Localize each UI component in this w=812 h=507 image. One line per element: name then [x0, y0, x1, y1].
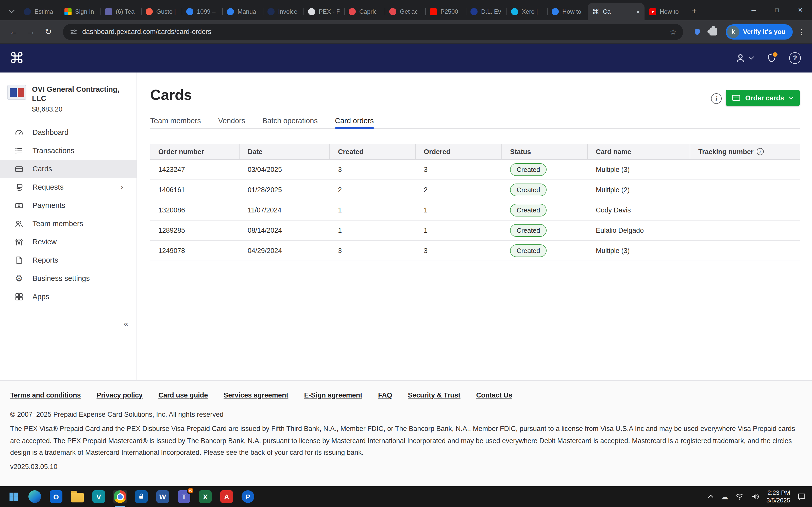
excel-icon[interactable]: X — [198, 490, 212, 503]
browser-tab[interactable]: (6) Tea — [100, 3, 141, 20]
site-favicon — [308, 8, 315, 15]
sidebar-item-dashboard[interactable]: Dashboard — [0, 123, 137, 142]
tab-title: Xero | — [522, 8, 543, 15]
tray-chevron-up-icon[interactable] — [708, 495, 714, 498]
sidebar-item-requests[interactable]: Requests › — [0, 178, 137, 196]
tracking-info-icon[interactable]: i — [757, 148, 764, 155]
sidebar-item-label: Business settings — [33, 274, 90, 282]
chrome-icon[interactable] — [113, 490, 127, 503]
profile-chip[interactable]: k Verify it's you — [726, 24, 793, 39]
close-window-button[interactable]: ✕ — [789, 0, 812, 20]
footer-link-terms[interactable]: Terms and conditions — [10, 391, 81, 399]
table-row[interactable]: 1423247 03/04/2025 3 3 Created Multiple … — [150, 160, 800, 180]
tab-batch-operations[interactable]: Batch operations — [262, 113, 318, 128]
footer-link-card-use-guide[interactable]: Card use guide — [158, 391, 208, 399]
bookmark-star-icon[interactable]: ☆ — [670, 27, 676, 36]
footer-link-faq[interactable]: FAQ — [378, 391, 392, 399]
sidebar-item-team-members[interactable]: Team members — [0, 215, 137, 233]
address-bar[interactable]: dashboard.pexcard.com/cards/card-orders … — [63, 23, 683, 40]
tab-team-members[interactable]: Team members — [150, 113, 201, 128]
volume-icon[interactable] — [751, 493, 759, 500]
teams-icon[interactable]: T 6 — [177, 490, 191, 503]
footer-link-services-agreement[interactable]: Services agreement — [223, 391, 288, 399]
shield-extension-icon[interactable] — [690, 24, 704, 39]
footer-link-contact-us[interactable]: Contact Us — [476, 391, 513, 399]
tab-card-orders[interactable]: Card orders — [335, 113, 374, 128]
browser-tab[interactable]: Gusto | — [141, 3, 182, 20]
footer-link-privacy[interactable]: Privacy policy — [97, 391, 143, 399]
weather-cloud-icon[interactable]: ☁ — [721, 493, 728, 500]
close-tab-icon[interactable]: × — [636, 8, 640, 15]
chevron-down-icon — [789, 96, 794, 99]
sidebar-item-payments[interactable]: Payments — [0, 196, 137, 215]
help-icon[interactable]: ? — [789, 52, 801, 64]
sidebar-item-apps[interactable]: Apps — [0, 287, 137, 306]
sidebar-item-business-settings[interactable]: ⚙ Business settings — [0, 269, 137, 287]
sidebar-item-transactions[interactable]: Transactions — [0, 142, 137, 160]
site-favicon — [552, 8, 559, 15]
extensions-puzzle-icon[interactable] — [706, 24, 721, 39]
info-icon[interactable]: i — [711, 93, 722, 104]
minimize-button[interactable]: ─ — [742, 0, 765, 20]
pex-app-icon[interactable]: P — [241, 490, 255, 503]
word-icon[interactable]: W — [156, 490, 169, 503]
browser-tab[interactable]: Estima — [19, 3, 60, 20]
wifi-icon[interactable] — [735, 493, 744, 500]
tray-date: 3/5/2025 — [767, 497, 790, 504]
sidebar-collapse-button[interactable]: « — [123, 319, 129, 329]
acrobat-icon[interactable]: A — [220, 490, 234, 503]
action-center-icon[interactable] — [797, 492, 806, 501]
start-button-icon[interactable] — [7, 490, 20, 503]
column-header: Card name — [588, 144, 690, 159]
new-tab-button[interactable]: + — [687, 4, 701, 18]
browser-tab[interactable]: D.L. Ev — [466, 3, 506, 20]
header-label: Date — [248, 148, 263, 155]
window-controls: ─ □ ✕ — [742, 0, 812, 20]
forward-button[interactable]: → — [23, 24, 39, 39]
browser-tab[interactable]: Capric — [344, 3, 385, 20]
notifications-shield-icon[interactable] — [766, 53, 777, 63]
footer-link-esign[interactable]: E-Sign agreement — [304, 391, 362, 399]
order-cards-button[interactable]: Order cards — [726, 90, 800, 106]
footer-link-security-trust[interactable]: Security & Trust — [408, 391, 460, 399]
clock[interactable]: 2:23 PM 3/5/2025 — [767, 489, 790, 504]
browser-tab[interactable]: Invoice — [263, 3, 303, 20]
store-icon[interactable] — [135, 490, 148, 503]
account-menu[interactable] — [735, 52, 754, 64]
outlook-icon[interactable]: O — [49, 490, 63, 503]
date-cell: 08/14/2024 — [240, 227, 330, 234]
browser-tab[interactable]: Get ac — [385, 3, 425, 20]
sidebar-item-reports[interactable]: Reports — [0, 251, 137, 269]
browser-tab[interactable]: How to — [547, 3, 588, 20]
back-button[interactable]: ← — [6, 24, 21, 39]
status-badge: Created — [510, 183, 547, 196]
sidebar-item-label: Payments — [33, 201, 65, 209]
browser-menu-icon[interactable]: ⋮ — [795, 27, 808, 36]
table-row[interactable]: 1406161 01/28/2025 2 2 Created Multiple … — [150, 180, 800, 200]
browser-tab[interactable]: PEX - F — [303, 3, 344, 20]
v-app-icon[interactable]: V — [92, 490, 106, 503]
maximize-button[interactable]: □ — [765, 0, 789, 20]
browser-tab[interactable]: P2500 — [425, 3, 466, 20]
browser-tab-active[interactable]: ⌘Ca× — [588, 3, 645, 20]
tab-search-chevron-icon[interactable] — [4, 4, 19, 19]
browser-tab[interactable]: Sign In — [60, 3, 100, 20]
browser-tab[interactable]: How to — [645, 3, 685, 20]
sidebar-item-cards[interactable]: Cards — [0, 160, 137, 178]
tab-vendors[interactable]: Vendors — [218, 113, 245, 128]
table-row[interactable]: 1249078 04/29/2024 3 3 Created Multiple … — [150, 241, 800, 261]
site-info-icon[interactable] — [69, 27, 78, 36]
pex-logo-icon[interactable]: ⌘ — [9, 50, 24, 66]
sidebar-item-review[interactable]: Review — [0, 233, 137, 251]
browser-tab[interactable]: Xero | — [506, 3, 547, 20]
site-favicon — [186, 8, 193, 15]
table-row[interactable]: 1289285 08/14/2024 1 1 Created Eulalio D… — [150, 221, 800, 241]
browser-tab[interactable]: 1099 – — [182, 3, 222, 20]
status-cell: Created — [502, 204, 588, 217]
table-row[interactable]: 1320086 11/07/2024 1 1 Created Cody Davi… — [150, 200, 800, 221]
edge-icon[interactable] — [28, 490, 42, 503]
browser-tab[interactable]: Manua — [222, 3, 263, 20]
file-explorer-icon[interactable] — [70, 490, 84, 503]
reload-button[interactable]: ↻ — [41, 24, 56, 39]
store-logo — [135, 490, 148, 503]
